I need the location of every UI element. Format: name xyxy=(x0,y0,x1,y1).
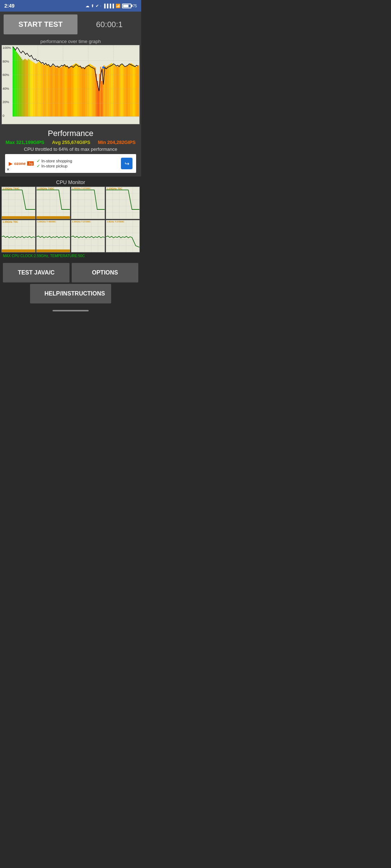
svg-rect-14 xyxy=(28,59,29,117)
ad-bg-text: .bg xyxy=(27,161,34,166)
cpu-graph-0 xyxy=(2,187,35,219)
graph-title: performance over time graph xyxy=(1,37,140,45)
svg-rect-101 xyxy=(122,65,123,117)
svg-rect-38 xyxy=(54,66,55,116)
svg-rect-64 xyxy=(82,67,83,116)
timer-display: 60:00:1 xyxy=(81,20,138,29)
svg-rect-105 xyxy=(126,66,127,116)
options-button[interactable]: OPTIONS xyxy=(72,263,138,282)
svg-rect-51 xyxy=(68,67,69,116)
upload-icon: ⬆ xyxy=(91,4,94,8)
svg-rect-19 xyxy=(33,63,34,117)
svg-rect-86 xyxy=(105,67,106,116)
bottom-buttons: TEST JAVA/C OPTIONS xyxy=(0,260,141,284)
cpu-graph-4 xyxy=(2,220,35,252)
cloud-icon: ☁ xyxy=(85,4,89,8)
svg-rect-60 xyxy=(77,65,79,117)
svg-rect-48 xyxy=(64,65,66,117)
svg-rect-87 xyxy=(106,66,108,116)
svg-rect-111 xyxy=(133,65,134,117)
svg-rect-4 xyxy=(17,53,18,116)
svg-rect-73 xyxy=(92,65,93,116)
svg-rect-157 xyxy=(106,187,139,219)
cpu-grid: 1.05GHz T44C 1.05GHz T45C xyxy=(1,187,140,252)
ad-action-icon[interactable]: ↪ xyxy=(121,158,133,169)
svg-rect-37 xyxy=(52,65,54,116)
cpu-monitor-section: CPU Monitor 1.05GHz T44C xyxy=(0,176,141,260)
cpu-max-info: MAX CPU CLOCK:2.59GHz, TEMPERATURE:50C xyxy=(1,253,140,259)
ad-features: ✓ In-store shopping ✓ In-store pickup xyxy=(37,158,121,169)
svg-rect-59 xyxy=(76,64,77,117)
svg-rect-79 xyxy=(98,88,99,116)
header: START TEST 60:00:1 xyxy=(0,12,141,37)
svg-rect-82 xyxy=(101,81,102,116)
svg-rect-116 xyxy=(138,65,139,116)
svg-rect-16 xyxy=(30,60,31,117)
svg-rect-166 xyxy=(2,220,35,252)
svg-rect-114 xyxy=(136,67,137,116)
status-time: 2:49 xyxy=(4,3,14,9)
svg-rect-29 xyxy=(44,65,45,116)
svg-rect-104 xyxy=(125,67,126,116)
check-icon-2: ✓ xyxy=(37,163,40,169)
svg-rect-1 xyxy=(14,48,15,116)
svg-rect-175 xyxy=(2,250,35,252)
svg-rect-53 xyxy=(70,67,71,116)
min-stat: Min 204,282GIPS xyxy=(98,140,135,145)
svg-rect-45 xyxy=(61,67,62,116)
svg-rect-30 xyxy=(45,65,46,117)
wifi-icon: 📶 xyxy=(115,4,121,8)
svg-rect-98 xyxy=(118,65,119,116)
svg-rect-106 xyxy=(127,65,128,116)
svg-rect-115 xyxy=(137,66,138,116)
graph-container: 100% 80% 60% 40% 20% 0 xyxy=(1,45,140,124)
svg-rect-18 xyxy=(32,62,33,117)
svg-rect-61 xyxy=(79,65,80,116)
svg-rect-58 xyxy=(75,63,76,117)
throttle-text: CPU throttled to 64% of its max performa… xyxy=(2,146,139,152)
svg-rect-35 xyxy=(50,67,51,116)
graph-section: performance over time graph 100% 80% 60%… xyxy=(0,37,141,126)
cpu-cell-label-5: 1.55GHz T-40000C xyxy=(37,221,56,223)
svg-rect-90 xyxy=(110,64,111,117)
ad-close-button[interactable]: ✕ xyxy=(7,167,9,171)
svg-rect-71 xyxy=(89,64,91,117)
cpu-cell-label-7: 1.8GHz T-27300C xyxy=(107,221,124,223)
svg-rect-68 xyxy=(86,66,87,116)
svg-rect-186 xyxy=(71,220,105,252)
cpu-graph-1 xyxy=(37,187,70,219)
svg-rect-75 xyxy=(94,67,95,116)
battery-icon xyxy=(122,4,131,8)
start-test-button[interactable]: START TEST xyxy=(4,14,77,34)
svg-rect-9 xyxy=(22,60,24,117)
cpu-cell-label-4: 1.55GHz T0C xyxy=(3,221,18,223)
test-javac-button[interactable]: TEST JAVA/C xyxy=(3,263,70,282)
battery-level: 75 xyxy=(133,4,137,8)
ad-logo: ▶ ozone .bg xyxy=(9,161,34,166)
ad-feature-1: ✓ In-store shopping xyxy=(37,158,121,163)
svg-rect-5 xyxy=(18,55,19,116)
svg-rect-185 xyxy=(37,250,70,252)
status-icons: ☁ ⬆ ✔ · ▐▐▐▐ 📶 75 xyxy=(85,4,137,8)
svg-rect-195 xyxy=(106,220,139,252)
svg-rect-54 xyxy=(71,66,72,116)
svg-rect-99 xyxy=(119,65,121,117)
svg-rect-36 xyxy=(51,66,52,116)
cpu-monitor-title: CPU Monitor xyxy=(1,178,140,187)
svg-rect-8 xyxy=(21,59,22,117)
help-instructions-button[interactable]: HELP/INSTRUCTIONS xyxy=(30,284,111,303)
ad-banner: ▶ ozone .bg ✓ In-store shopping ✓ In-sto… xyxy=(5,154,136,173)
svg-rect-10 xyxy=(24,60,25,117)
svg-rect-52 xyxy=(69,67,70,116)
svg-rect-103 xyxy=(124,66,125,116)
svg-rect-26 xyxy=(41,63,42,117)
svg-point-127 xyxy=(102,66,105,68)
ad-play-icon: ▶ xyxy=(9,161,13,166)
svg-rect-43 xyxy=(59,67,60,116)
cpu-cell-0: 1.05GHz T44C xyxy=(1,187,35,219)
svg-rect-28 xyxy=(43,65,44,117)
svg-rect-22 xyxy=(36,63,37,117)
cpu-cell-label-3: 1.05GHz T0C xyxy=(107,187,122,190)
svg-rect-33 xyxy=(48,65,49,116)
svg-rect-27 xyxy=(42,64,43,117)
